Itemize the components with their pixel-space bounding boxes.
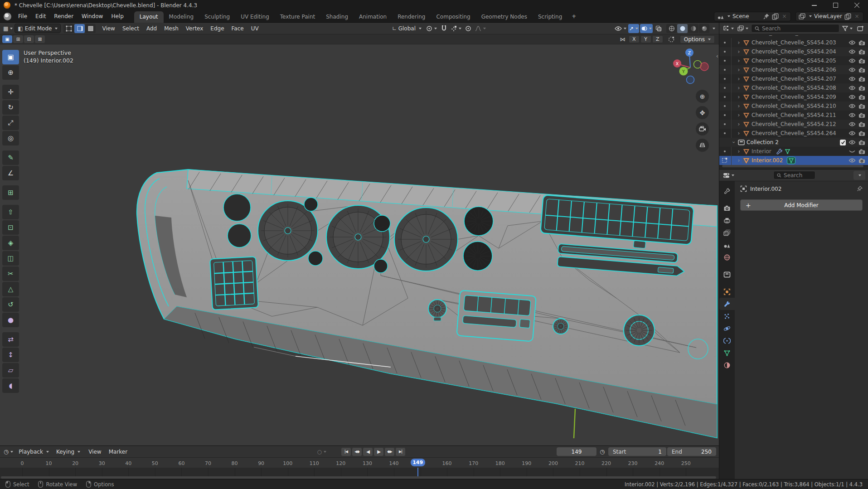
disable-render-camera-icon[interactable] — [858, 112, 865, 118]
properties-tab-physics[interactable] — [719, 322, 735, 334]
properties-tab-view-layer[interactable] — [719, 227, 735, 239]
camera-view-icon[interactable] — [696, 122, 709, 136]
outliner-row-chevrolet-chevelle-ss454-207[interactable]: ›Chevrolet_Chevelle_SS454.207 — [719, 74, 868, 83]
disable-render-camera-icon[interactable] — [858, 76, 865, 82]
selection-mode-extend-icon[interactable]: ⊞ — [13, 35, 23, 43]
outliner-filter-type-dropdown[interactable] — [737, 24, 749, 33]
selection-mode-new-icon[interactable]: ▣ — [2, 35, 12, 43]
scene-selector[interactable]: Scene × — [714, 12, 791, 21]
tool-scale[interactable]: ⤢ — [2, 116, 19, 130]
hide-eye-icon[interactable] — [849, 157, 856, 164]
outliner-scrollbar[interactable] — [722, 165, 863, 167]
shading-dropdown-icon[interactable] — [713, 28, 715, 29]
viewport-menu-face[interactable]: Face — [228, 24, 247, 33]
tab-scripting[interactable]: Scripting — [533, 11, 567, 23]
pin-icon[interactable] — [857, 186, 863, 192]
properties-tab-object[interactable] — [719, 286, 735, 298]
edge-select-icon[interactable] — [74, 24, 85, 33]
gizmo-x-axis[interactable]: X — [676, 61, 679, 66]
outliner-search-input[interactable] — [762, 25, 836, 32]
material-preview-icon[interactable] — [688, 24, 698, 33]
gizmo-minus-z-axis[interactable] — [687, 76, 694, 84]
outliner-row-chevrolet-chevelle-ss454-204[interactable]: ›Chevrolet_Chevelle_SS454.204 — [719, 47, 868, 56]
options-dropdown[interactable]: Options — [680, 35, 715, 44]
viewport-menu-select[interactable]: Select — [119, 24, 143, 33]
pivot-point-dropdown[interactable] — [425, 24, 438, 33]
properties-tab-particles[interactable] — [719, 310, 735, 322]
modifier-wrench-icon[interactable] — [776, 148, 782, 155]
tool-smooth[interactable]: ● — [2, 313, 19, 327]
face-select-icon[interactable] — [85, 24, 96, 33]
outliner-row-partial[interactable]: Chevrolet_Chevelle_SS454.202 — [719, 34, 868, 38]
hide-eye-icon[interactable] — [849, 85, 856, 91]
outliner-row-interior-002[interactable]: ›Interior.002 — [719, 156, 868, 165]
properties-search[interactable] — [773, 171, 815, 179]
show-selectability-dropdown[interactable] — [614, 24, 627, 33]
gizmo-z-axis[interactable]: Z — [688, 50, 691, 55]
rendered-shading-icon[interactable] — [699, 24, 709, 33]
disable-render-camera-icon[interactable] — [858, 148, 865, 155]
menu-file[interactable]: File — [14, 11, 31, 21]
tool-measure[interactable]: ∠ — [2, 166, 19, 180]
minimize-button[interactable] — [811, 2, 817, 8]
current-frame-field[interactable]: 149 — [557, 447, 596, 456]
proportional-editing-icon[interactable] — [463, 24, 473, 33]
properties-tab-modifiers[interactable] — [719, 298, 735, 310]
add-workspace-button[interactable]: + — [567, 11, 580, 21]
tool-edge-slide[interactable]: ⇄ — [2, 332, 19, 347]
viewlayer-selector[interactable]: ViewLayer × — [795, 12, 863, 21]
timeline-track[interactable] — [0, 468, 719, 476]
properties-tab-render[interactable] — [719, 202, 735, 214]
play-reverse-button[interactable]: ◀ — [363, 448, 373, 456]
viewport-canvas[interactable]: User Perspective (149) Interior.002 ▣⊕✛↻… — [0, 44, 719, 445]
tab-rendering[interactable]: Rendering — [392, 11, 431, 23]
hide-eye-icon[interactable] — [849, 58, 856, 64]
viewport-menu-vertex[interactable]: Vertex — [182, 24, 207, 33]
expand-chevron-icon[interactable]: › — [736, 148, 742, 155]
tab-texture-paint[interactable]: Texture Paint — [275, 11, 320, 23]
hide-eye-icon[interactable] — [849, 112, 856, 118]
play-button[interactable]: ▶ — [374, 448, 383, 456]
tool-shear[interactable]: ▱ — [2, 363, 19, 378]
hide-eye-icon[interactable] — [849, 139, 856, 145]
properties-tab-world[interactable] — [719, 251, 735, 263]
jump-to-start-button[interactable]: |◀ — [341, 448, 351, 456]
playhead[interactable]: 149 — [411, 459, 425, 466]
menu-window[interactable]: Window — [78, 11, 107, 21]
outliner-row-chevrolet-chevelle-ss454-205[interactable]: ›Chevrolet_Chevelle_SS454.205 — [719, 56, 868, 65]
snap-settings-dropdown[interactable] — [450, 24, 462, 33]
tool-loop-cut[interactable]: ◫ — [2, 251, 19, 266]
tool-rip-region[interactable]: ◖ — [2, 378, 19, 393]
snap-base-icon[interactable] — [668, 36, 675, 43]
expand-chevron-icon[interactable]: › — [736, 85, 742, 91]
auto-keying-toggle[interactable]: ○ — [316, 447, 327, 456]
outliner-row-chevrolet-chevelle-ss454-212[interactable]: ›Chevrolet_Chevelle_SS454.212 — [719, 120, 868, 129]
disable-render-camera-icon[interactable] — [858, 157, 865, 164]
expand-chevron-icon[interactable]: › — [736, 67, 742, 73]
editor-type-button[interactable]: ▦ — [2, 24, 14, 33]
add-modifier-button[interactable]: + Add Modifier — [740, 199, 863, 211]
menu-help[interactable]: Help — [107, 11, 127, 21]
disable-render-camera-icon[interactable] — [858, 94, 865, 100]
mirror-axis-y-button[interactable]: Y — [640, 35, 651, 43]
tool-inset-faces[interactable]: ⊡ — [2, 220, 19, 235]
hide-eye-icon[interactable] — [849, 39, 856, 46]
tab-sculpting[interactable]: Sculpting — [199, 11, 235, 23]
disable-render-camera-icon[interactable] — [858, 121, 865, 127]
properties-tab-material[interactable] — [719, 359, 735, 371]
vertex-select-icon[interactable] — [63, 24, 74, 33]
outliner-row-chevrolet-chevelle-ss454-211[interactable]: ›Chevrolet_Chevelle_SS454.211 — [719, 111, 868, 120]
tab-modeling[interactable]: Modeling — [164, 11, 199, 23]
properties-search-input[interactable] — [784, 172, 812, 179]
hide-eye-closed-icon[interactable] — [849, 148, 856, 155]
tool-annotate[interactable]: ✎ — [2, 150, 19, 165]
selection-mode-subtract-icon[interactable]: ⊟ — [24, 35, 34, 43]
outliner-row-chevrolet-chevelle-ss454-209[interactable]: ›Chevrolet_Chevelle_SS454.209 — [719, 92, 868, 102]
app-menu-icon[interactable] — [4, 13, 11, 20]
outliner-search[interactable] — [751, 24, 839, 33]
outliner-row-chevrolet-chevelle-ss454-206[interactable]: ›Chevrolet_Chevelle_SS454.206 — [719, 65, 868, 74]
properties-tab-output[interactable] — [719, 214, 735, 227]
next-keyframe-button[interactable]: ◆▶ — [385, 448, 394, 456]
disable-render-camera-icon[interactable] — [858, 139, 865, 145]
properties-tab-data[interactable] — [719, 347, 735, 359]
